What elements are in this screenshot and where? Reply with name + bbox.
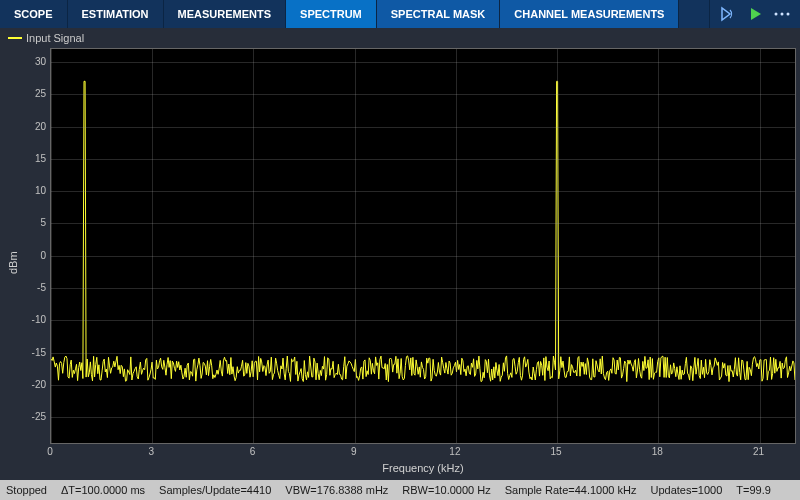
y-axis: -25-20-15-10-5051015202530 bbox=[22, 48, 50, 478]
status-updates: Updates=1000 bbox=[650, 484, 722, 496]
y-tick: 15 bbox=[35, 152, 46, 163]
run-icon[interactable] bbox=[750, 7, 762, 21]
status-bar: Stopped ΔT=100.0000 ms Samples/Update=44… bbox=[0, 480, 800, 500]
x-tick: 9 bbox=[351, 446, 357, 457]
status-rbw: RBW=10.0000 Hz bbox=[402, 484, 490, 496]
legend-label: Input Signal bbox=[26, 32, 84, 44]
y-axis-label: dBm bbox=[4, 48, 22, 478]
tab-spectral-mask[interactable]: SPECTRAL MASK bbox=[377, 0, 501, 28]
y-tick: 25 bbox=[35, 88, 46, 99]
slow-motion-icon[interactable] bbox=[720, 6, 738, 22]
x-tick: 12 bbox=[449, 446, 460, 457]
legend-swatch bbox=[8, 37, 22, 39]
tab-estimation[interactable]: ESTIMATION bbox=[68, 0, 164, 28]
y-tick: -15 bbox=[32, 346, 46, 357]
tab-scope[interactable]: SCOPE bbox=[0, 0, 68, 28]
x-axis-label: Frequency (kHz) bbox=[50, 460, 796, 478]
status-time: T=99.9 bbox=[736, 484, 771, 496]
tab-measurements[interactable]: MEASUREMENTS bbox=[164, 0, 287, 28]
legend: Input Signal bbox=[0, 28, 800, 48]
svg-point-2 bbox=[787, 13, 790, 16]
status-state: Stopped bbox=[6, 484, 47, 496]
status-sample-rate: Sample Rate=44.1000 kHz bbox=[505, 484, 637, 496]
svg-point-1 bbox=[781, 13, 784, 16]
y-tick: 0 bbox=[40, 249, 46, 260]
y-tick: -25 bbox=[32, 411, 46, 422]
y-tick: -10 bbox=[32, 314, 46, 325]
svg-point-0 bbox=[775, 13, 778, 16]
y-tick: -20 bbox=[32, 378, 46, 389]
plot-area: dBm -25-20-15-10-5051015202530 036912151… bbox=[0, 48, 800, 480]
toolbar-icons bbox=[709, 0, 800, 28]
x-tick: 18 bbox=[652, 446, 663, 457]
y-tick: 10 bbox=[35, 185, 46, 196]
more-icon[interactable] bbox=[774, 11, 790, 17]
x-tick: 3 bbox=[148, 446, 154, 457]
tabs-container: SCOPEESTIMATIONMEASUREMENTSSPECTRUMSPECT… bbox=[0, 0, 679, 28]
y-tick: 20 bbox=[35, 120, 46, 131]
y-tick: 30 bbox=[35, 55, 46, 66]
x-tick: 0 bbox=[47, 446, 53, 457]
y-tick: -5 bbox=[37, 281, 46, 292]
status-samples: Samples/Update=4410 bbox=[159, 484, 271, 496]
tab-channel-measurements[interactable]: CHANNEL MEASUREMENTS bbox=[500, 0, 679, 28]
x-axis: 036912151821 bbox=[50, 444, 796, 460]
status-delta-t: ΔT=100.0000 ms bbox=[61, 484, 145, 496]
tab-spectrum[interactable]: SPECTRUM bbox=[286, 0, 377, 28]
status-vbw: VBW=176.8388 mHz bbox=[285, 484, 388, 496]
toolbar: SCOPEESTIMATIONMEASUREMENTSSPECTRUMSPECT… bbox=[0, 0, 800, 28]
x-tick: 21 bbox=[753, 446, 764, 457]
x-tick: 6 bbox=[250, 446, 256, 457]
y-tick: 5 bbox=[40, 217, 46, 228]
spectrum-plot[interactable] bbox=[50, 48, 796, 444]
x-tick: 15 bbox=[551, 446, 562, 457]
